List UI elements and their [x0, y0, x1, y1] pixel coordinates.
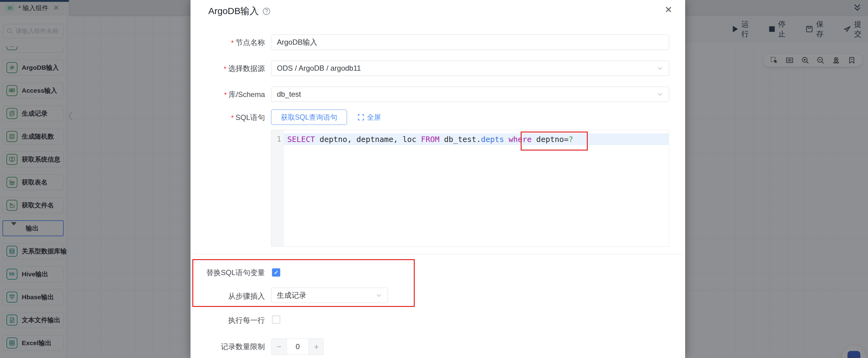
record-limit-stepper: − 0 +: [271, 338, 324, 355]
sql-editor[interactable]: 1 SELECT deptno, deptname, loc FROM db_t…: [271, 130, 669, 247]
sql-token-entity: depts: [481, 135, 504, 144]
schema-select[interactable]: db_test: [271, 87, 669, 102]
get-sql-button[interactable]: 获取SQL查询语句: [271, 109, 347, 125]
fullscreen-button[interactable]: 全屏: [358, 112, 381, 122]
help-icon[interactable]: [262, 7, 271, 15]
execute-each-row-checkbox[interactable]: [272, 316, 280, 324]
chevron-down-icon: [657, 91, 663, 98]
execute-each-row-label: 执行每一行: [190, 316, 265, 324]
modal-backdrop-right: [685, 0, 868, 358]
node-name-field[interactable]: [271, 35, 669, 50]
sql-token-plain: db_test.: [439, 135, 481, 144]
sql-token-keyword: FROM: [421, 135, 439, 144]
record-limit-value[interactable]: 0: [287, 339, 309, 355]
datasource-label: *选择数据源: [190, 65, 265, 73]
sql-token-plain: deptno=: [532, 135, 568, 144]
editor-gutter: 1: [271, 130, 284, 246]
close-icon[interactable]: ✕: [664, 4, 672, 15]
line-number: 1: [277, 135, 281, 143]
modal-backdrop-left: [0, 0, 190, 358]
app-screen: DI * 输入组件 ✕ 运行 停止 保存: [0, 0, 868, 358]
datasource-select[interactable]: ODS / ArgoDB / argodb11: [271, 61, 669, 76]
chevron-down-icon: [375, 292, 382, 299]
argodb-input-dialog: ArgoDB输入 ✕ *节点名称 *选择数据源 ODS / ArgoDB / a…: [190, 0, 685, 358]
replace-vars-label: 替换SQL语句变量: [190, 269, 265, 276]
node-name-label: *节点名称: [190, 38, 265, 47]
section-divider: [193, 254, 682, 254]
sql-token-keyword: SELECT: [287, 135, 315, 144]
sql-label: *SQL语句: [190, 113, 265, 122]
sql-token-plain: [504, 135, 508, 144]
record-limit-label: 记录数量限制: [190, 343, 265, 351]
sql-token-keyword: where: [509, 135, 532, 144]
dialog-title: ArgoDB输入: [208, 5, 271, 18]
decrement-button[interactable]: −: [271, 339, 287, 355]
sql-token-string: ?: [568, 135, 573, 144]
insert-step-label: 从步骤插入: [190, 292, 265, 300]
node-name-input[interactable]: [277, 38, 663, 46]
sql-token-plain: deptno, deptname, loc: [315, 135, 421, 144]
increment-button[interactable]: +: [309, 339, 324, 355]
replace-vars-checkbox[interactable]: ✓: [272, 268, 280, 276]
fullscreen-icon: [358, 114, 365, 121]
sql-code-line: SELECT deptno, deptname, loc FROM db_tes…: [287, 135, 573, 144]
insert-step-select[interactable]: 生成记录: [271, 288, 388, 303]
schema-label: *库/Schema: [190, 91, 265, 99]
chevron-down-icon: [657, 65, 663, 72]
